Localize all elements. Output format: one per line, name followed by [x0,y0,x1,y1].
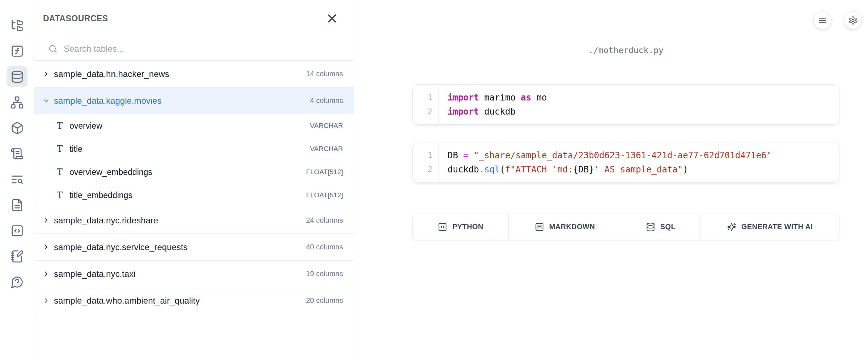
rail-item-file-explorer[interactable] [7,15,27,36]
table-column-count: 40 columns [306,243,343,251]
line-number: 1 [413,148,439,162]
settings-button[interactable] [844,11,862,29]
code-token: DB [448,150,463,160]
chevron-right-icon [42,217,50,224]
table-row[interactable]: sample_data.nyc.taxi19 columns [34,261,354,287]
settings-icon [848,16,858,25]
square-code-icon [10,224,24,237]
rail-item-datasources[interactable] [7,66,27,87]
search-tables-input[interactable] [64,44,317,54]
table-column-count: 14 columns [306,70,343,78]
add-cell-bar: PYTHONMARKDOWNSQLGENERATE WITH AI [412,214,839,240]
rail-item-scratchpad[interactable] [7,246,27,267]
database-icon [646,222,655,232]
code-token: as [521,93,531,103]
cell-editor[interactable]: import marimo as moimport duckdb [439,85,839,124]
add-cell-sql-button[interactable]: SQL [621,214,700,240]
code-token: . [479,164,484,175]
column-row[interactable]: TtitleVARCHAR [34,137,354,160]
column-name: title_embeddings [69,190,132,200]
line-number: 2 [413,162,439,176]
code-line: duckdb.sql(f"ATTACH 'md:{DB}' AS sample_… [448,162,839,176]
rail-item-variables[interactable] [7,40,27,61]
line-number: 2 [413,104,439,119]
cell-editor[interactable]: DB = "_share/sample_data/23b0d623-1361-4… [439,142,839,182]
code-token [469,150,474,160]
column-type-icon: T [55,121,65,131]
code-cell[interactable]: 12DB = "_share/sample_data/23b0d623-1361… [412,142,839,183]
line-number: 1 [413,90,439,104]
table-row[interactable]: sample_data.kaggle.movies4 columns [34,87,354,114]
menu-button[interactable] [813,11,831,29]
notebook-pen-icon [10,250,24,263]
table-column-count: 20 columns [306,296,343,305]
column-datatype: FLOAT[512] [306,168,343,176]
code-token: {DB} [573,164,594,175]
text-search-icon [10,173,24,186]
table-row[interactable]: sample_data.nyc.service_requests40 colum… [34,234,354,261]
rail-item-dependencies[interactable] [7,92,27,113]
search-icon [48,44,58,53]
rail-item-snippets[interactable] [7,220,27,241]
column-name: overview [69,121,102,131]
column-datatype: FLOAT[512] [306,191,343,199]
topbar-actions [813,11,862,29]
column-row[interactable]: Ttitle_embeddingsFLOAT[512] [34,184,354,207]
notebook-filename[interactable]: ./motherduck.py [412,46,839,55]
add-cell-python-button[interactable]: PYTHON [413,214,508,240]
column-datatype: VARCHAR [310,122,343,130]
add-cell-button-label: MARKDOWN [549,223,595,231]
datasources-panel: DATASOURCES sample_data.hn.hacker_news14… [34,0,354,360]
code-token: import [448,93,479,103]
add-cell-button-label: PYTHON [452,223,483,231]
notebook-cells: 12import marimo as moimport duckdb12DB =… [412,84,839,240]
file-text-icon [10,198,24,212]
table-search-row [34,37,354,61]
table-row[interactable]: sample_data.who.ambient_air_quality20 co… [34,287,354,314]
table-name: sample_data.who.ambient_air_quality [54,296,200,306]
table-column-count: 19 columns [306,270,343,278]
table-column-count: 24 columns [306,216,343,224]
code-token: "_share/sample_data/23b0d623-1361-421d-a… [474,150,772,160]
column-type-icon: T [55,190,65,200]
add-cell-button-label: GENERATE WITH AI [741,223,813,231]
table-name: sample_data.nyc.rideshare [54,215,158,226]
rail-item-documentation[interactable] [7,194,27,215]
rail-item-help[interactable] [7,271,27,292]
rail-item-packages[interactable] [7,117,27,138]
database-icon [10,70,24,83]
column-row[interactable]: ToverviewVARCHAR [34,114,354,137]
code-line: import marimo as mo [448,90,839,104]
code-token: duckdb [479,107,516,117]
box-icon [10,121,24,135]
left-icon-rail [0,0,34,360]
column-type-icon: T [55,167,65,177]
code-line: DB = "_share/sample_data/23b0d623-1361-4… [448,148,839,162]
code-token: ' AS sample_data" [594,164,683,175]
code-token: ( [500,164,505,175]
table-column-count: 4 columns [310,97,343,105]
chevron-down-icon [42,97,50,104]
cell-gutter: 12 [413,85,439,124]
table-name: sample_data.nyc.taxi [54,269,135,279]
table-row[interactable]: sample_data.nyc.rideshare24 columns [34,207,354,234]
rail-item-outline[interactable] [7,143,27,164]
add-cell-markdown-button[interactable]: MARKDOWN [508,214,621,240]
column-row[interactable]: Toverview_embeddingsFLOAT[512] [34,160,354,184]
close-icon [325,12,339,25]
rail-item-logs[interactable] [7,169,27,190]
column-name: title [69,144,82,154]
sparkles-icon [727,222,736,232]
code-cell[interactable]: 12import marimo as moimport duckdb [412,84,839,125]
code-token: f"ATTACH 'md: [505,164,573,175]
table-name: sample_data.hn.hacker_news [54,69,169,79]
add-cell-ai-button[interactable]: GENERATE WITH AI [700,214,839,240]
close-datasources-button[interactable] [325,12,339,25]
datasources-panel-header: DATASOURCES [34,0,354,37]
chevron-right-icon [42,297,50,304]
folder-tree-icon [10,19,24,32]
square-m-icon [535,222,544,232]
chevron-right-icon [42,70,50,78]
column-datatype: VARCHAR [310,145,343,153]
table-row[interactable]: sample_data.hn.hacker_news14 columns [34,61,354,87]
